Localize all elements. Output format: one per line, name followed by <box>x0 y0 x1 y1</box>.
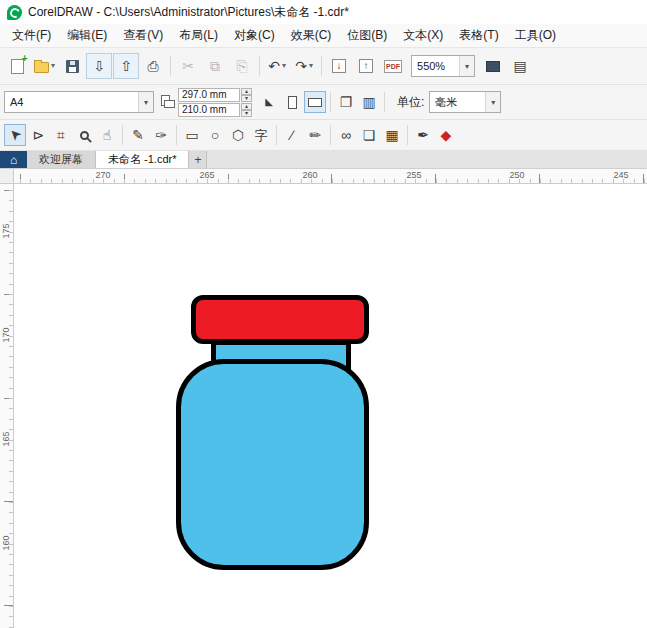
open-cloud-button[interactable]: ⇩ <box>86 53 112 79</box>
cut-button[interactable]: ✂ <box>175 53 201 79</box>
paste-button[interactable]: ⎘ <box>229 53 255 79</box>
zoom-tool-button[interactable] <box>73 124 95 146</box>
pen-tool-button[interactable]: ✏ <box>304 124 326 146</box>
outline-color-tool-button[interactable]: ◆ <box>435 124 457 146</box>
menu-table[interactable]: 表格(T) <box>451 24 506 47</box>
portrait-orientation-button[interactable] <box>281 91 303 113</box>
coreldraw-logo-icon <box>7 5 22 20</box>
pen-tool-icon: ✏ <box>309 128 321 142</box>
rectangle-tool-button[interactable]: ▭ <box>181 124 203 146</box>
stepper-down-icon[interactable]: ▾ <box>241 110 252 117</box>
page-height-stepper[interactable]: ▴ ▾ <box>241 103 252 117</box>
fullscreen-preview-button[interactable] <box>480 53 506 79</box>
eyedropper-tool-icon: ∞ <box>341 128 351 142</box>
document-tab-bar: ⌂ 欢迎屏幕 未命名 -1.cdr* + <box>0 151 647 169</box>
artistic-media-tool-button[interactable]: ✑ <box>150 124 172 146</box>
menu-effects[interactable]: 效果(C) <box>283 24 340 47</box>
vertical-ruler[interactable]: 175 170 165 160 <box>0 184 14 628</box>
title-bar: CorelDRAW - C:\Users\Administrator\Pictu… <box>0 0 647 24</box>
save-button[interactable] <box>59 53 85 79</box>
freehand-tool-button[interactable]: ✎ <box>127 124 149 146</box>
new-tab-button[interactable]: + <box>189 151 207 168</box>
page-dimensions-fields: 297.0 mm ▴ ▾ 210.0 mm ▴ ▾ <box>178 88 252 117</box>
polygon-tool-button[interactable]: ⬡ <box>227 124 249 146</box>
color-eyedropper-tool-button[interactable]: ✒ <box>412 124 434 146</box>
separator <box>407 125 408 145</box>
crop-tool-icon: ⌗ <box>57 128 65 142</box>
dimension-tool-button[interactable]: ∕ <box>281 124 303 146</box>
show-rulers-icon: ▤ <box>513 59 526 73</box>
menu-layout[interactable]: 布局(L) <box>171 24 226 47</box>
all-pages-button[interactable]: ❐ <box>335 91 357 113</box>
ellipse-tool-button[interactable]: ○ <box>204 124 226 146</box>
page-size-select[interactable]: A4 ▾ <box>4 91 154 113</box>
copy-button[interactable]: ⧉ <box>202 53 228 79</box>
undo-button[interactable]: ↶ ▾ <box>264 53 290 79</box>
toolbox: ➤ ⊳ ⌗ ☝ ✎ ✑ ▭ ○ ⬡ 字 ∕ ✏ ∞ ❏ ▦ <box>0 120 647 151</box>
outline-color-icon: ◆ <box>441 128 452 142</box>
menu-text[interactable]: 文本(X) <box>395 24 451 47</box>
save-cloud-button[interactable]: ⇧ <box>113 53 139 79</box>
redo-dropdown-caret-icon[interactable]: ▾ <box>309 62 313 70</box>
menu-bitmaps[interactable]: 位图(B) <box>339 24 395 47</box>
color-eyedropper-icon: ✒ <box>417 128 429 142</box>
fill-tool-button[interactable]: ▦ <box>381 124 403 146</box>
landscape-orientation-button[interactable] <box>304 91 326 113</box>
open-folder-icon <box>34 62 49 73</box>
menu-view[interactable]: 查看(V) <box>115 24 171 47</box>
copy-icon: ⧉ <box>210 59 220 73</box>
zoom-level-combobox[interactable]: 550% ▾ <box>411 55 475 77</box>
page-size-value[interactable]: A4 <box>5 92 138 112</box>
separator <box>321 56 322 76</box>
page-width-input[interactable]: 297.0 mm <box>178 88 240 102</box>
zoom-dropdown-caret-icon[interactable]: ▾ <box>459 56 474 76</box>
ruler-origin[interactable] <box>0 169 14 184</box>
tab-welcome-screen[interactable]: 欢迎屏幕 <box>27 151 96 168</box>
stepper-up-icon[interactable]: ▴ <box>241 103 252 110</box>
import-button[interactable]: ↓ <box>326 53 352 79</box>
eyedropper-tool-button[interactable]: ∞ <box>335 124 357 146</box>
portrait-icon <box>288 96 297 109</box>
page-height-input[interactable]: 210.0 mm <box>178 103 240 117</box>
open-dropdown-caret-icon[interactable]: ▾ <box>51 62 55 70</box>
text-tool-button[interactable]: 字 <box>250 124 272 146</box>
pick-tool-button[interactable]: ➤ <box>4 124 26 146</box>
stepper-up-icon[interactable]: ▴ <box>241 88 252 95</box>
menu-object[interactable]: 对象(C) <box>226 24 283 47</box>
pan-tool-button[interactable]: ☝ <box>96 124 118 146</box>
page-layout-icon: ▥ <box>362 95 375 109</box>
jar-cap-shape[interactable] <box>191 295 369 344</box>
tab-document[interactable]: 未命名 -1.cdr* <box>96 151 189 168</box>
shape-tool-button[interactable]: ⊳ <box>27 124 49 146</box>
outline-pen-tool-button[interactable]: ❏ <box>358 124 380 146</box>
undo-dropdown-caret-icon[interactable]: ▾ <box>282 62 286 70</box>
export-button[interactable]: ↑ <box>353 53 379 79</box>
separator <box>330 125 331 145</box>
show-rulers-button[interactable]: ▤ <box>507 53 533 79</box>
page-size-caret-icon[interactable]: ▾ <box>138 92 153 112</box>
menu-file[interactable]: 文件(F) <box>4 24 59 47</box>
menu-edit[interactable]: 编辑(E) <box>59 24 115 47</box>
units-caret-icon[interactable]: ▾ <box>485 92 500 112</box>
ruler-label: 170 <box>1 326 11 344</box>
horizontal-ruler[interactable]: 270 265 260 255 250 245 <box>14 169 647 184</box>
redo-button[interactable]: ↷ ▾ <box>291 53 317 79</box>
new-document-button[interactable]: + <box>4 53 30 79</box>
units-select[interactable]: 毫米 ▾ <box>429 91 501 113</box>
page-width-stepper[interactable]: ▴ ▾ <box>241 88 252 102</box>
nib-shape-button[interactable]: ◣ <box>258 91 280 113</box>
stepper-down-icon[interactable]: ▾ <box>241 95 252 102</box>
zoom-level-value[interactable]: 550% <box>412 56 459 76</box>
jar-body-shape[interactable] <box>176 359 369 570</box>
open-document-button[interactable]: ▾ <box>31 53 58 79</box>
print-button[interactable]: ⎙ <box>140 53 166 79</box>
crop-tool-button[interactable]: ⌗ <box>50 124 72 146</box>
cut-icon: ✂ <box>182 59 194 73</box>
drawing-canvas[interactable] <box>14 184 647 628</box>
workspace: 175 170 165 160 <box>0 184 647 628</box>
menu-tools[interactable]: 工具(O) <box>507 24 564 47</box>
page-layout-button[interactable]: ▥ <box>358 91 380 113</box>
units-value[interactable]: 毫米 <box>430 92 485 112</box>
home-button[interactable]: ⌂ <box>0 151 27 168</box>
publish-pdf-button[interactable]: PDF <box>380 53 406 79</box>
